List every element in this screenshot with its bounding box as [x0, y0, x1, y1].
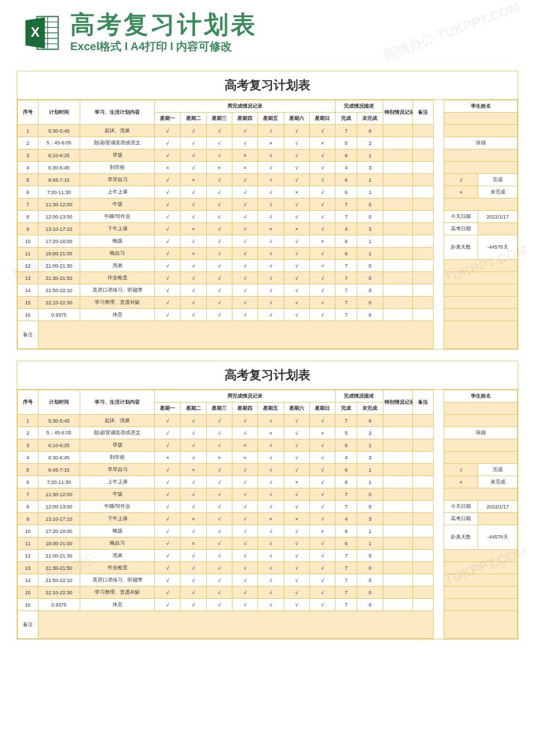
cell-remark[interactable] [413, 235, 434, 248]
cell-remark[interactable] [413, 550, 434, 562]
cell-special[interactable] [383, 439, 413, 452]
cell-special[interactable] [383, 137, 413, 149]
cell-remark[interactable] [413, 513, 434, 525]
cell-mark: √ [232, 223, 258, 235]
cell-remark[interactable] [413, 248, 434, 260]
cell-special[interactable] [383, 562, 413, 574]
cell-remark[interactable] [413, 439, 434, 452]
cell-mark: √ [309, 488, 335, 501]
cell-remark[interactable] [413, 260, 434, 272]
cell-mark: √ [232, 415, 258, 427]
cell-remark[interactable] [413, 452, 434, 464]
cell-special[interactable] [383, 174, 413, 186]
cell-remark[interactable] [413, 186, 434, 198]
cell-remark[interactable] [413, 587, 434, 599]
cell-mark: √ [309, 513, 335, 525]
cell-special[interactable] [383, 125, 413, 137]
cell-remark[interactable] [413, 297, 434, 309]
cell-mark: √ [155, 211, 181, 223]
cell-special[interactable] [383, 284, 413, 297]
cell-special[interactable] [383, 149, 413, 162]
cell-special[interactable] [383, 488, 413, 501]
cell-remark[interactable] [413, 574, 434, 587]
cell-remark[interactable] [413, 599, 434, 611]
cell-done: 6 [335, 149, 357, 162]
cell-mark: √ [206, 537, 232, 550]
cell-mark: √ [258, 415, 284, 427]
cell-remark[interactable] [413, 272, 434, 284]
side-daysleft-val: -44578天 [478, 525, 518, 550]
cell-mark: √ [284, 297, 309, 309]
cell-remark[interactable] [413, 476, 434, 488]
cell-special[interactable] [383, 525, 413, 537]
cell-remark[interactable] [413, 525, 434, 537]
cell-special[interactable] [383, 235, 413, 248]
cell-remark[interactable] [413, 537, 434, 550]
cell-done: 7 [335, 574, 357, 587]
cell-remark[interactable] [413, 162, 434, 174]
cell-special[interactable] [383, 513, 413, 525]
cell-special[interactable] [383, 427, 413, 439]
cell-remark[interactable] [413, 501, 434, 513]
cell-remark[interactable] [413, 137, 434, 149]
cell-special[interactable] [383, 464, 413, 476]
cell-special[interactable] [383, 272, 413, 284]
cell-special[interactable] [383, 599, 413, 611]
cell-time: 0.9375 [38, 309, 80, 321]
class-value[interactable] [444, 149, 518, 162]
cell-special[interactable] [383, 211, 413, 223]
cell-special[interactable] [383, 587, 413, 599]
cell-done: 4 [335, 452, 357, 464]
exam-date-value[interactable] [478, 513, 518, 525]
cell-remark[interactable] [413, 125, 434, 137]
cell-special[interactable] [383, 452, 413, 464]
exam-date-value[interactable] [478, 223, 518, 235]
col-week-record: 周完成情况记录 [155, 100, 335, 113]
cell-special[interactable] [383, 162, 413, 174]
cell-done: 7 [335, 260, 357, 272]
cell-remark[interactable] [413, 464, 434, 476]
cell-done: 7 [335, 488, 357, 501]
cell-remark[interactable] [413, 198, 434, 211]
cell-remark[interactable] [413, 309, 434, 321]
cell-special[interactable] [383, 501, 413, 513]
remark-area[interactable] [38, 321, 433, 349]
student-name-value[interactable] [444, 403, 518, 415]
cell-special[interactable] [383, 248, 413, 260]
cell-special[interactable] [383, 186, 413, 198]
cell-special[interactable] [383, 309, 413, 321]
cell-mark: √ [258, 488, 284, 501]
cell-mark: √ [206, 260, 232, 272]
plan-table: 序号计划时间学习、生活计划内容周完成情况记录完成情况描述特别情况记录备注学生姓名… [17, 390, 518, 639]
cell-mark: √ [181, 439, 206, 452]
class-value[interactable] [444, 439, 518, 452]
cell-seq: 14 [18, 574, 38, 587]
cell-remark[interactable] [413, 427, 434, 439]
cell-remark[interactable] [413, 562, 434, 574]
student-name-value[interactable] [444, 113, 518, 125]
cell-time: 11:30-12:00 [38, 488, 80, 501]
cell-special[interactable] [383, 537, 413, 550]
cell-special[interactable] [383, 574, 413, 587]
cell-remark[interactable] [413, 211, 434, 223]
cell-special[interactable] [383, 476, 413, 488]
col-day: 星期三 [206, 403, 232, 415]
cell-special[interactable] [383, 297, 413, 309]
remark-area[interactable] [38, 611, 433, 639]
cell-remark[interactable] [413, 488, 434, 501]
cell-special[interactable] [383, 415, 413, 427]
cell-special[interactable] [383, 223, 413, 235]
cell-remark[interactable] [413, 149, 434, 162]
cell-mark: √ [284, 525, 309, 537]
cell-remark[interactable] [413, 415, 434, 427]
cell-special[interactable] [383, 260, 413, 272]
cell-special[interactable] [383, 550, 413, 562]
cell-remark[interactable] [413, 223, 434, 235]
cell-remark[interactable] [413, 284, 434, 297]
svg-text:X: X [31, 25, 40, 40]
cell-special[interactable] [383, 198, 413, 211]
cell-done: 7 [335, 562, 357, 574]
cell-mark: √ [232, 537, 258, 550]
cell-remark[interactable] [413, 174, 434, 186]
cell-time: 17:20-18:00 [38, 525, 80, 537]
